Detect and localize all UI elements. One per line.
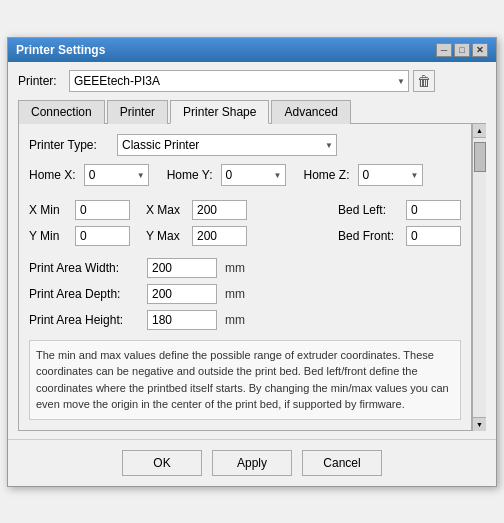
x-min-input[interactable] xyxy=(75,200,130,220)
printer-select-wrapper: GEEEtech-PI3A 🗑 xyxy=(69,70,486,92)
tab-content-area: Printer Type: Classic Printer Home X: 0 xyxy=(18,124,486,431)
x-min-max-row: X Min X Max Bed Left: xyxy=(29,200,461,220)
printer-type-label: Printer Type: xyxy=(29,138,109,152)
bed-front-label: Bed Front: xyxy=(338,229,398,243)
info-text: The min and max values define the possib… xyxy=(29,340,461,420)
y-max-label: Y Max xyxy=(146,229,184,243)
title-bar: Printer Settings ─ □ ✕ xyxy=(8,38,496,62)
tab-connection[interactable]: Connection xyxy=(18,100,105,124)
print-area-depth-input[interactable] xyxy=(147,284,217,304)
home-y-select-wrapper: 0 xyxy=(221,164,286,186)
printer-select[interactable]: GEEEtech-PI3A xyxy=(69,70,409,92)
home-z-select[interactable]: 0 xyxy=(358,164,423,186)
dialog-title: Printer Settings xyxy=(16,43,105,57)
minimize-button[interactable]: ─ xyxy=(436,43,452,57)
maximize-button[interactable]: □ xyxy=(454,43,470,57)
scroll-down-button[interactable]: ▼ xyxy=(473,417,486,431)
printer-type-select[interactable]: Classic Printer xyxy=(117,134,337,156)
printer-shape-tab-content: Printer Type: Classic Printer Home X: 0 xyxy=(18,124,472,431)
close-button[interactable]: ✕ xyxy=(472,43,488,57)
cancel-button[interactable]: Cancel xyxy=(302,450,382,476)
print-area-depth-row: Print Area Depth: mm xyxy=(29,284,461,304)
printer-select-wrapper: GEEEtech-PI3A xyxy=(69,70,409,92)
print-area-height-input[interactable] xyxy=(147,310,217,330)
print-area-width-row: Print Area Width: mm xyxy=(29,258,461,278)
print-area-depth-label: Print Area Depth: xyxy=(29,287,139,301)
printer-label: Printer: xyxy=(18,74,63,88)
width-unit: mm xyxy=(225,261,245,275)
print-area-width-label: Print Area Width: xyxy=(29,261,139,275)
printer-row: Printer: GEEEtech-PI3A 🗑 xyxy=(18,70,486,92)
tab-printer-shape[interactable]: Printer Shape xyxy=(170,100,269,124)
bottom-buttons: OK Apply Cancel xyxy=(8,439,496,486)
trash-icon: 🗑 xyxy=(417,73,431,89)
bed-left-label: Bed Left: xyxy=(338,203,398,217)
home-y-label: Home Y: xyxy=(167,168,213,182)
depth-unit: mm xyxy=(225,287,245,301)
home-x-select[interactable]: 0 xyxy=(84,164,149,186)
home-z-select-wrapper: 0 xyxy=(358,164,423,186)
tab-advanced[interactable]: Advanced xyxy=(271,100,350,124)
bed-front-input[interactable] xyxy=(406,226,461,246)
apply-button[interactable]: Apply xyxy=(212,450,292,476)
printer-settings-dialog: Printer Settings ─ □ ✕ Printer: GEEEtech… xyxy=(7,37,497,487)
print-area-width-input[interactable] xyxy=(147,258,217,278)
x-min-label: X Min xyxy=(29,203,67,217)
printer-type-row: Printer Type: Classic Printer xyxy=(29,134,461,156)
scroll-track xyxy=(473,138,486,417)
home-z-label: Home Z: xyxy=(304,168,350,182)
home-y-select[interactable]: 0 xyxy=(221,164,286,186)
bed-left-input[interactable] xyxy=(406,200,461,220)
scroll-thumb[interactable] xyxy=(474,142,486,172)
y-min-label: Y Min xyxy=(29,229,67,243)
y-max-input[interactable] xyxy=(192,226,247,246)
home-x-select-wrapper: 0 xyxy=(84,164,149,186)
delete-printer-button[interactable]: 🗑 xyxy=(413,70,435,92)
dialog-content: Printer: GEEEtech-PI3A 🗑 Connection Prin… xyxy=(8,62,496,439)
scroll-up-button[interactable]: ▲ xyxy=(473,124,486,138)
y-min-input[interactable] xyxy=(75,226,130,246)
height-unit: mm xyxy=(225,313,245,327)
printer-type-select-wrapper: Classic Printer xyxy=(117,134,337,156)
print-area-height-label: Print Area Height: xyxy=(29,313,139,327)
x-max-label: X Max xyxy=(146,203,184,217)
home-x-label: Home X: xyxy=(29,168,76,182)
tabs: Connection Printer Printer Shape Advance… xyxy=(18,100,486,124)
right-scrollbar: ▲ ▼ xyxy=(472,124,486,431)
home-row: Home X: 0 Home Y: 0 Home Z: xyxy=(29,164,461,186)
x-max-input[interactable] xyxy=(192,200,247,220)
ok-button[interactable]: OK xyxy=(122,450,202,476)
title-bar-buttons: ─ □ ✕ xyxy=(436,43,488,57)
y-min-max-row: Y Min Y Max Bed Front: xyxy=(29,226,461,246)
tab-printer[interactable]: Printer xyxy=(107,100,168,124)
print-area-height-row: Print Area Height: mm xyxy=(29,310,461,330)
